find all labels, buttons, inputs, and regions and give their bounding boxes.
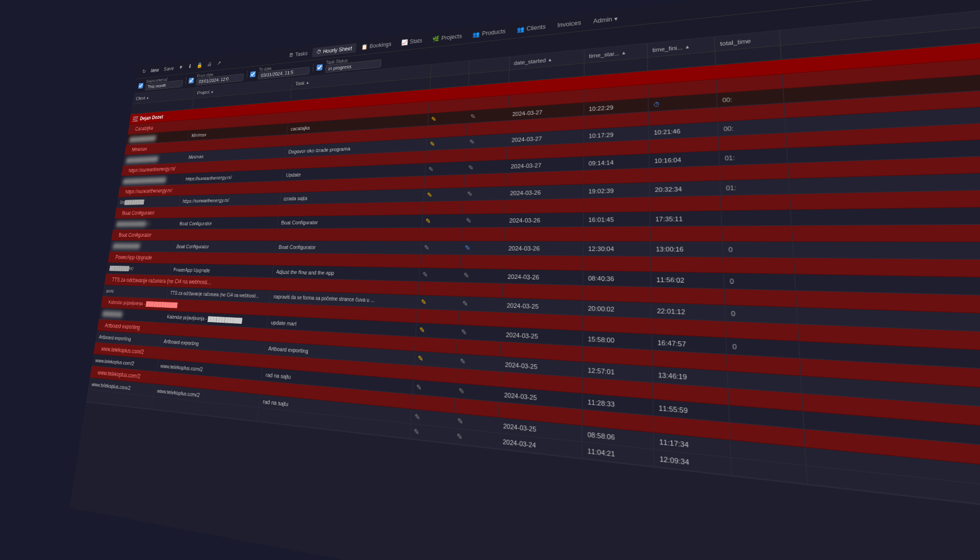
task-status-checkbox[interactable]	[317, 64, 323, 71]
tab-stats[interactable]: 📈 Stats	[396, 35, 427, 48]
task-7-client: ████████er)	[106, 262, 171, 275]
stats-icon: 📈	[401, 39, 408, 46]
task-12-actions1: ✎	[411, 412, 454, 425]
interval-checkbox[interactable]	[138, 83, 144, 89]
tab-hourly-label: Hourly Sheet	[323, 45, 352, 54]
edit-yellow10-1[interactable]: ✎	[417, 354, 423, 363]
edit-yellow4-1[interactable]: ✎	[427, 191, 433, 199]
task-13-actions1: ✎	[410, 427, 453, 441]
edit-gray11-2[interactable]: ✎	[458, 387, 465, 396]
refresh-button[interactable]: ↻	[140, 67, 148, 76]
sun2-sp6	[650, 166, 720, 182]
sun2-sp5	[584, 168, 650, 184]
filter-button[interactable]: ▼	[177, 63, 185, 72]
task-6-actions1: ✎	[421, 244, 462, 252]
edit-gray7-1[interactable]: ✎	[422, 271, 428, 279]
edit-yellow5-1[interactable]: ✎	[425, 217, 431, 225]
new-label: New	[150, 67, 159, 73]
boat1-sp5	[584, 197, 650, 212]
to-date-checkbox[interactable]	[250, 71, 256, 77]
boat1-sp1	[278, 202, 423, 216]
tab-bookings[interactable]: 📋 Bookings	[357, 38, 396, 52]
edit-gray3-2[interactable]: ✎	[468, 164, 474, 172]
boat2-sp7	[722, 226, 792, 241]
boat2-sp5	[584, 226, 651, 241]
papp-sp1	[273, 253, 421, 267]
edit-gray6-1[interactable]: ✎	[424, 244, 430, 252]
edit-yellow-icon-1[interactable]: ✎	[431, 115, 436, 123]
edit-gray12-1[interactable]: ✎	[414, 412, 420, 422]
export-button[interactable]: ⬇	[185, 62, 194, 71]
edit-gray9-2[interactable]: ✎	[461, 328, 467, 337]
task-10-actions1: ✎	[415, 354, 457, 365]
edit-gray-icon-2[interactable]: ✎	[469, 138, 475, 145]
tab-tasks[interactable]: 🖹 Tasks	[284, 48, 312, 60]
edit-gray7-2[interactable]: ✎	[463, 271, 469, 279]
col-task-label: Task	[295, 80, 305, 86]
tab-invoices[interactable]: Invoices	[552, 16, 586, 31]
task-8-actions1: ✎	[418, 298, 459, 307]
task-6-time-start: 12:30:04	[584, 241, 651, 256]
hourly-icon: ⏱	[316, 49, 322, 55]
interval-group: Select interval This month	[145, 76, 184, 91]
edit-gray5-2[interactable]: ✎	[466, 217, 472, 224]
print-button[interactable]: 🖨	[205, 60, 214, 69]
edit-gray12-2[interactable]: ✎	[457, 417, 464, 426]
edit-gray-icon-1[interactable]: ✎	[470, 113, 476, 120]
edit-yellow9-1[interactable]: ✎	[419, 326, 425, 334]
edit-gray10-2[interactable]: ✎	[459, 357, 466, 366]
edit-gray11-1[interactable]: ✎	[416, 383, 422, 392]
task-4-client: Sts████████	[116, 196, 180, 208]
project-name-powerapp: PowerApp Upgrade	[108, 254, 275, 262]
tab-products[interactable]: 👥 Products	[468, 25, 511, 40]
edit-yellow-icon-2[interactable]: ✎	[429, 140, 435, 148]
col-time-end-sort: ▲	[684, 44, 690, 49]
sunearth1-sp6	[649, 136, 719, 153]
edit-gray13-2[interactable]: ✎	[457, 432, 463, 441]
more-button[interactable]: ↗	[214, 59, 223, 68]
boat1-sp7	[721, 194, 791, 210]
tts-sp6	[651, 287, 725, 305]
boat2-sp2	[422, 228, 463, 241]
art-sp2	[415, 337, 458, 353]
task-6-client: ███████████	[109, 241, 174, 252]
task-7-time-end: 11:56:02	[651, 272, 725, 288]
save-button[interactable]: Save	[161, 64, 176, 74]
tab-invoices-label: Invoices	[557, 19, 581, 28]
edit-gray4-2[interactable]: ✎	[467, 190, 473, 198]
tab-clients[interactable]: 👥 Clients	[511, 21, 551, 36]
edit-gray3-1[interactable]: ✎	[428, 166, 434, 173]
task-4-time-end: 20:32:34	[650, 180, 721, 196]
new-button[interactable]: New	[148, 66, 161, 74]
edit-gray13-1[interactable]: ✎	[413, 427, 419, 436]
col-time-start-sort: ▲	[621, 50, 627, 55]
task-6-actions2: ✎	[462, 244, 504, 252]
table-body: Dejan Dozet Cacatajka ██████████ Minimax…	[69, 33, 980, 560]
projects-icon: 🌿	[432, 35, 439, 42]
divider-3	[313, 63, 314, 72]
boat1-sp6	[650, 196, 721, 211]
task-4-total: 01:	[720, 179, 790, 195]
task-5-date: 2024-03-26	[505, 213, 584, 227]
tab-hourly-sheet[interactable]: ⏱ Hourly Sheet	[312, 43, 357, 57]
edit-blue6-2[interactable]: ✎	[464, 244, 470, 252]
task-8-time-end: 22:01:12	[652, 303, 726, 321]
boat2-sp3	[462, 228, 505, 241]
task-4-date: 2024-03-26	[505, 184, 584, 200]
tts-sp4	[503, 284, 584, 300]
task-3-client: ████████████████	[120, 173, 184, 186]
tab-projects[interactable]: 🌿 Projects	[428, 30, 467, 44]
sunearth1-sp3	[465, 147, 507, 161]
edit-yellow8-1[interactable]: ✎	[421, 298, 427, 306]
task-8-total: 0	[725, 305, 798, 324]
tab-admin-label: Admin ▾	[593, 15, 618, 24]
sun2-sp3	[464, 173, 506, 188]
from-date-checkbox[interactable]	[189, 77, 194, 83]
task-5-task: Boat Configurator	[277, 215, 423, 229]
task-5-time-end: 17:35:11	[650, 211, 722, 226]
tab-admin[interactable]: Admin ▾	[588, 13, 623, 27]
hamburger-icon[interactable]	[132, 116, 138, 121]
edit-gray8-2[interactable]: ✎	[462, 299, 468, 307]
task-12-actions2: ✎	[454, 416, 499, 430]
lock-button[interactable]: 🔒	[194, 61, 205, 70]
